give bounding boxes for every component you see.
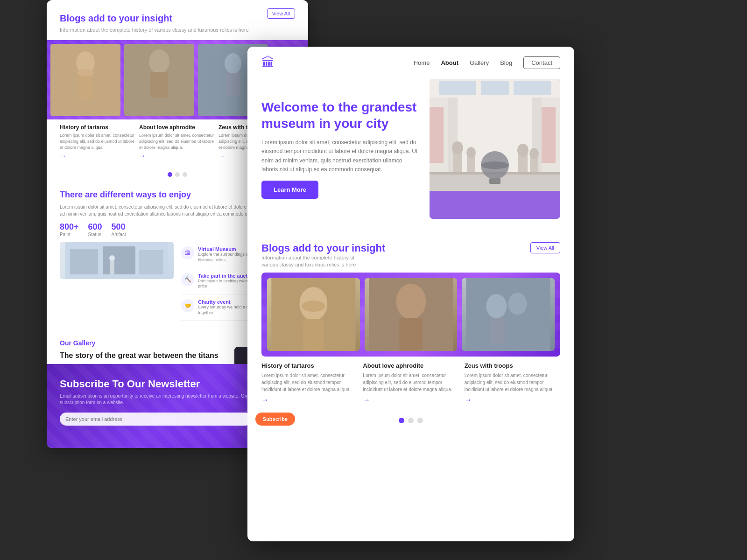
fc-hero-section: Welcome to the grandest museum in your c…: [247, 79, 574, 233]
bc-stat-1: 600 Status: [88, 222, 102, 237]
svg-rect-12: [103, 246, 135, 274]
svg-rect-13: [139, 250, 163, 274]
bc-subscribe-btn[interactable]: Subscribe: [255, 413, 295, 426]
bc-auction-icon: 🔨: [181, 273, 194, 286]
fc-learn-more-btn[interactable]: Learn More: [261, 181, 318, 199]
fc-museum-interior-img: [430, 79, 560, 219]
svg-rect-57: [490, 318, 506, 343]
fc-blogs-title-area: Blogs add to your insight Information ab…: [261, 242, 385, 269]
svg-rect-48: [303, 319, 324, 351]
svg-rect-24: [439, 81, 476, 95]
bc-stat-2: 500 Artifact: [112, 222, 126, 237]
front-card: 🏛 Home About Gallery Blog Contact Welcom…: [247, 47, 574, 541]
svg-point-55: [508, 293, 527, 315]
bc-statue-2: [124, 44, 194, 116]
svg-rect-43: [489, 178, 500, 184]
fc-nav-gallery[interactable]: Gallery: [470, 59, 489, 66]
svg-point-49: [302, 301, 325, 312]
bc-virtual-museum-icon: 🏛: [181, 246, 194, 259]
svg-rect-9: [226, 73, 240, 96]
fc-blog-pagination: [261, 412, 560, 429]
svg-rect-56: [509, 315, 526, 343]
fc-hero-text: Lorem ipsum dolor sit amet, consectetur …: [261, 138, 420, 174]
svg-point-51: [396, 284, 426, 319]
bc-gallery-thumb: [60, 242, 174, 279]
fc-blog-card-1: About love aphrodite Lorem ipsum dolor s…: [363, 362, 458, 408]
bc-statue-1: [50, 44, 120, 116]
fc-blog-img-0: [267, 278, 360, 351]
fc-blog-card-2: Zeus with troops Lorem ipsum dolor sit a…: [465, 362, 560, 408]
bc-stat-0: 800+ Paint: [60, 222, 79, 237]
bc-dot-2[interactable]: [175, 172, 180, 177]
fc-blog-dot-3[interactable]: [417, 418, 423, 423]
fc-blog-img-2: [462, 278, 555, 351]
bc-blog-card-0: History of tartaros Lorem ipsum dolor si…: [60, 124, 136, 164]
fc-blogs-section: Blogs add to your insight Information ab…: [247, 233, 574, 429]
svg-rect-11: [70, 249, 98, 274]
bc-gallery-image: [60, 242, 174, 279]
fc-blogs-header: Blogs add to your insight Information ab…: [261, 242, 560, 269]
bc-view-all-btn[interactable]: View All: [267, 8, 295, 19]
fc-nav-home[interactable]: Home: [414, 59, 430, 66]
svg-point-3: [77, 69, 94, 77]
svg-point-34: [452, 141, 463, 154]
fc-blog-dot-1[interactable]: [399, 418, 404, 423]
svg-rect-26: [514, 81, 551, 95]
bc-blogs-section: Blogs add to your insight View All Infor…: [47, 0, 308, 34]
fc-blogs-subtitle: Information about the complete history o…: [261, 254, 364, 269]
bc-arrow-0[interactable]: →: [60, 152, 66, 160]
fc-navbar: 🏛 Home About Gallery Blog Contact: [247, 47, 574, 79]
fc-view-all-btn[interactable]: View All: [530, 242, 560, 253]
svg-rect-30: [542, 107, 556, 163]
svg-rect-6: [150, 72, 168, 98]
fc-hero-left: Welcome to the grandest museum in your c…: [261, 99, 420, 199]
fc-logo-icon: 🏛: [261, 55, 275, 70]
svg-point-8: [225, 53, 241, 74]
fc-hero-title: Welcome to the grandest museum in your c…: [261, 99, 420, 132]
fc-blog-arrow-1[interactable]: →: [363, 396, 370, 404]
svg-rect-29: [430, 107, 444, 163]
bc-arrow-1[interactable]: →: [139, 152, 146, 160]
svg-point-5: [149, 49, 169, 74]
bc-gallery-story-title: The story of the great war between the t…: [60, 351, 227, 360]
svg-point-42: [481, 161, 509, 169]
fc-blog-dot-2[interactable]: [408, 418, 414, 423]
bc-arrow-2[interactable]: →: [218, 152, 225, 160]
svg-rect-44: [430, 191, 560, 219]
svg-point-54: [486, 294, 507, 318]
fc-blog-img-1: [365, 278, 458, 351]
bc-newsletter-form: Subscribe: [60, 413, 295, 426]
bc-blog-card-1: About love aphrodite Lorem ipsum dolor s…: [139, 124, 216, 164]
svg-point-15: [109, 255, 115, 261]
fc-nav-links: Home About Gallery Blog Contact: [414, 56, 560, 69]
fc-hero-right: [430, 79, 560, 219]
fc-nav-blog[interactable]: Blog: [500, 59, 512, 66]
fc-nav-about[interactable]: About: [441, 59, 458, 66]
bc-email-input[interactable]: [60, 413, 252, 426]
bc-blogs-subtitle: Information about the complete history o…: [60, 27, 295, 34]
bc-blogs-title: Blogs add to your insight: [60, 13, 172, 24]
bc-newsletter-subtitle: Email subscription is an opportunity to …: [60, 393, 295, 406]
fc-blogs-banner: [261, 273, 560, 357]
fc-blog-arrow-2[interactable]: →: [465, 396, 472, 404]
svg-point-38: [517, 144, 529, 157]
svg-rect-25: [481, 81, 509, 95]
fc-nav-contact-btn[interactable]: Contact: [523, 56, 560, 69]
bc-dot-3[interactable]: [183, 172, 187, 177]
svg-rect-52: [399, 318, 423, 350]
fc-blog-cards: History of tartaros Lorem ipsum dolor si…: [261, 362, 560, 412]
fc-blogs-title: Blogs add to your insight: [261, 242, 385, 254]
svg-point-40: [529, 148, 539, 159]
bc-newsletter-title: Subscribe To Our Newsletter: [60, 378, 295, 390]
svg-rect-53: [466, 278, 550, 351]
bc-dot-1[interactable]: [168, 172, 172, 177]
svg-point-36: [466, 147, 476, 158]
bc-charity-icon: 🤝: [181, 299, 194, 312]
